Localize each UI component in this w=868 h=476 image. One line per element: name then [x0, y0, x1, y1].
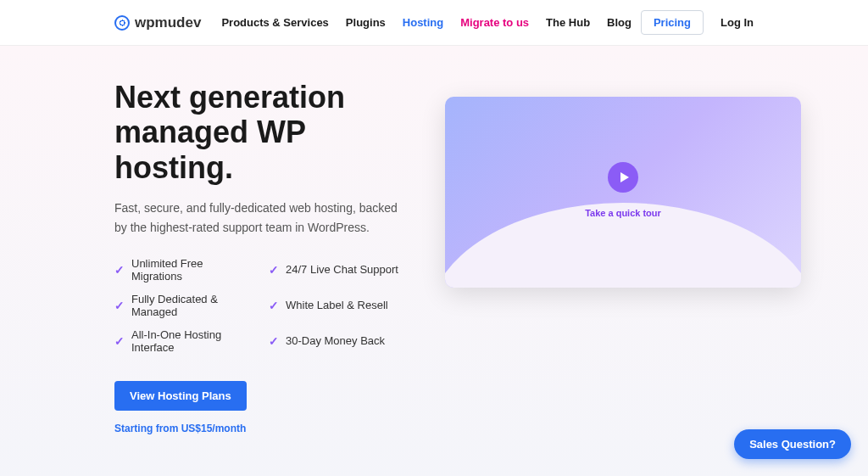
nav-plugins[interactable]: Plugins: [346, 16, 386, 29]
feature-label: White Label & Resell: [286, 299, 388, 311]
check-icon: ✓: [114, 263, 125, 277]
brand-logo[interactable]: wpmudev: [114, 14, 201, 31]
check-icon: ✓: [114, 299, 125, 312]
starting-price[interactable]: Starting from US$15/month: [114, 423, 403, 434]
nav-products-services[interactable]: Products & Services: [221, 16, 328, 29]
feature-item: ✓ Fully Dedicated & Managed: [114, 293, 248, 318]
logo-icon: [114, 15, 130, 31]
feature-label: 30-Day Money Back: [286, 334, 385, 347]
check-icon: ✓: [269, 334, 279, 348]
feature-item: ✓ All-In-One Hosting Interface: [114, 328, 248, 354]
hero-title: Next generation managed WP hosting.: [114, 80, 403, 185]
video-tour-card[interactable]: Take a quick tour: [445, 97, 801, 288]
brand-name: wpmudev: [135, 14, 201, 31]
nav-right: Pricing Log In: [641, 10, 754, 35]
login-link[interactable]: Log In: [721, 16, 754, 29]
sales-question-badge[interactable]: Sales Question?: [734, 429, 851, 459]
hero-subtitle: Fast, secure, and fully-dedicated web ho…: [114, 199, 403, 237]
primary-nav: Products & Services Plugins Hosting Migr…: [221, 16, 632, 29]
hero-media: Take a quick tour: [445, 80, 801, 288]
feature-label: All-In-One Hosting Interface: [131, 328, 248, 354]
feature-list: ✓ Unlimited Free Migrations ✓ 24/7 Live …: [114, 257, 403, 354]
nav-blog[interactable]: Blog: [607, 16, 632, 29]
feature-label: 24/7 Live Chat Support: [286, 263, 398, 276]
feature-item: ✓ Unlimited Free Migrations: [114, 257, 248, 283]
play-icon: [608, 162, 638, 193]
hero-section: Next generation managed WP hosting. Fast…: [0, 46, 868, 476]
feature-item: ✓ 24/7 Live Chat Support: [269, 257, 403, 283]
main-header: wpmudev Products & Services Plugins Host…: [0, 0, 868, 46]
check-icon: ✓: [269, 263, 279, 277]
nav-hosting[interactable]: Hosting: [403, 16, 443, 29]
feature-item: ✓ White Label & Resell: [269, 293, 403, 318]
nav-left: wpmudev Products & Services Plugins Host…: [114, 14, 632, 31]
tour-label: Take a quick tour: [585, 208, 661, 218]
pricing-button[interactable]: Pricing: [641, 10, 704, 35]
check-icon: ✓: [269, 299, 279, 312]
feature-label: Unlimited Free Migrations: [131, 257, 248, 283]
nav-migrate[interactable]: Migrate to us: [460, 16, 529, 29]
feature-item: ✓ 30-Day Money Back: [269, 328, 403, 354]
hero-content: Next generation managed WP hosting. Fast…: [114, 80, 403, 434]
feature-label: Fully Dedicated & Managed: [131, 293, 248, 318]
check-icon: ✓: [114, 334, 125, 348]
view-plans-button[interactable]: View Hosting Plans: [114, 381, 247, 411]
nav-hub[interactable]: The Hub: [546, 16, 590, 29]
